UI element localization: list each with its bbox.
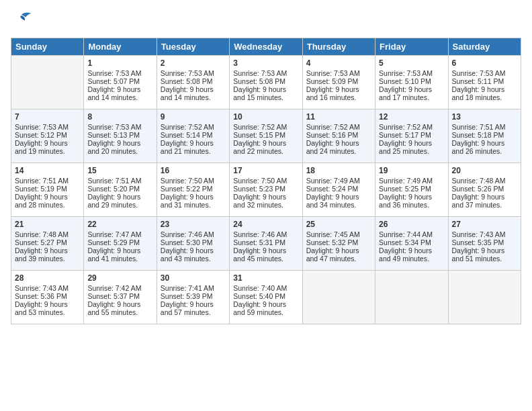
day-number: 13 — [452, 112, 517, 122]
daylight: Daylight: 9 hours and 16 minutes. — [306, 85, 359, 101]
daylight: Daylight: 9 hours and 57 minutes. — [161, 300, 214, 316]
sunrise: Sunrise: 7:53 AM — [87, 69, 141, 77]
calendar-cell: 26Sunrise: 7:44 AMSunset: 5:34 PMDayligh… — [375, 217, 448, 271]
day-number: 29 — [87, 273, 152, 283]
daylight: Daylight: 9 hours and 20 minutes. — [87, 139, 140, 155]
calendar-cell: 12Sunrise: 7:52 AMSunset: 5:17 PMDayligh… — [375, 109, 448, 163]
day-number: 26 — [379, 220, 444, 229]
page-header — [11, 11, 521, 30]
calendar-cell: 1Sunrise: 7:53 AMSunset: 5:07 PMDaylight… — [84, 56, 157, 109]
day-header-tuesday: Tuesday — [157, 38, 229, 56]
daylight: Daylight: 9 hours and 37 minutes. — [452, 193, 505, 209]
day-header-friday: Friday — [375, 38, 448, 56]
calendar-cell: 10Sunrise: 7:52 AMSunset: 5:15 PMDayligh… — [230, 109, 302, 163]
daylight: Daylight: 9 hours and 22 minutes. — [233, 139, 286, 155]
sunset: Sunset: 5:11 PM — [452, 77, 504, 85]
day-number: 28 — [15, 273, 80, 283]
daylight: Daylight: 9 hours and 39 minutes. — [15, 246, 68, 263]
day-number: 21 — [15, 220, 80, 229]
sunset: Sunset: 5:34 PM — [379, 238, 431, 246]
sunset: Sunset: 5:23 PM — [233, 185, 285, 193]
daylight: Daylight: 9 hours and 51 minutes. — [452, 246, 505, 263]
sunset: Sunset: 5:40 PM — [233, 292, 285, 300]
day-header-saturday: Saturday — [448, 38, 521, 56]
day-number: 9 — [161, 112, 226, 122]
sunset: Sunset: 5:17 PM — [379, 131, 431, 139]
calendar-cell: 30Sunrise: 7:41 AMSunset: 5:39 PMDayligh… — [157, 271, 229, 324]
day-number: 14 — [15, 166, 80, 175]
daylight: Daylight: 9 hours and 17 minutes. — [379, 85, 432, 101]
sunset: Sunset: 5:13 PM — [87, 131, 140, 139]
daylight: Daylight: 9 hours and 21 minutes. — [161, 139, 214, 155]
calendar-cell — [302, 271, 375, 324]
sunset: Sunset: 5:31 PM — [233, 238, 285, 246]
sunrise: Sunrise: 7:42 AM — [87, 284, 141, 292]
sunset: Sunset: 5:39 PM — [161, 292, 213, 300]
sunset: Sunset: 5:36 PM — [15, 292, 67, 300]
daylight: Daylight: 9 hours and 47 minutes. — [306, 246, 359, 263]
sunset: Sunset: 5:15 PM — [233, 131, 285, 139]
day-number: 2 — [161, 58, 226, 68]
daylight: Daylight: 9 hours and 25 minutes. — [379, 139, 432, 155]
day-number: 22 — [87, 220, 152, 229]
sunrise: Sunrise: 7:52 AM — [379, 123, 433, 131]
day-header-wednesday: Wednesday — [230, 38, 302, 56]
day-number: 19 — [379, 166, 444, 175]
header-row: SundayMondayTuesdayWednesdayThursdayFrid… — [11, 38, 521, 56]
day-number: 8 — [87, 112, 152, 122]
sunrise: Sunrise: 7:41 AM — [161, 284, 214, 292]
sunset: Sunset: 5:24 PM — [306, 185, 359, 193]
day-number: 5 — [379, 58, 444, 68]
sunrise: Sunrise: 7:40 AM — [233, 284, 287, 292]
calendar-cell: 8Sunrise: 7:53 AMSunset: 5:13 PMDaylight… — [84, 109, 157, 163]
sunset: Sunset: 5:22 PM — [161, 185, 213, 193]
sunrise: Sunrise: 7:53 AM — [87, 123, 141, 131]
daylight: Daylight: 9 hours and 19 minutes. — [15, 139, 68, 155]
sunrise: Sunrise: 7:52 AM — [161, 123, 214, 131]
calendar-cell: 28Sunrise: 7:43 AMSunset: 5:36 PMDayligh… — [11, 271, 84, 324]
sunrise: Sunrise: 7:51 AM — [15, 177, 69, 185]
day-header-monday: Monday — [84, 38, 157, 56]
day-number: 4 — [306, 58, 371, 68]
day-number: 12 — [379, 112, 444, 122]
daylight: Daylight: 9 hours and 28 minutes. — [15, 193, 68, 209]
sunrise: Sunrise: 7:48 AM — [15, 230, 69, 238]
sunrise: Sunrise: 7:43 AM — [15, 284, 69, 292]
daylight: Daylight: 9 hours and 55 minutes. — [87, 300, 140, 316]
sunrise: Sunrise: 7:52 AM — [306, 123, 360, 131]
day-number: 7 — [15, 112, 80, 122]
sunset: Sunset: 5:35 PM — [452, 238, 504, 246]
sunset: Sunset: 5:32 PM — [306, 238, 359, 246]
daylight: Daylight: 9 hours and 41 minutes. — [87, 246, 140, 263]
sunset: Sunset: 5:14 PM — [161, 131, 213, 139]
sunset: Sunset: 5:30 PM — [161, 238, 213, 246]
calendar-cell: 4Sunrise: 7:53 AMSunset: 5:09 PMDaylight… — [302, 56, 375, 109]
calendar-cell: 21Sunrise: 7:48 AMSunset: 5:27 PMDayligh… — [11, 217, 84, 271]
calendar-cell — [11, 56, 84, 109]
calendar-cell: 25Sunrise: 7:45 AMSunset: 5:32 PMDayligh… — [302, 217, 375, 271]
day-number: 17 — [233, 166, 298, 175]
daylight: Daylight: 9 hours and 15 minutes. — [233, 85, 286, 101]
sunset: Sunset: 5:10 PM — [379, 77, 431, 85]
sunset: Sunset: 5:07 PM — [87, 77, 140, 85]
day-number: 15 — [87, 166, 152, 175]
calendar-cell: 3Sunrise: 7:53 AMSunset: 5:08 PMDaylight… — [230, 56, 302, 109]
daylight: Daylight: 9 hours and 24 minutes. — [306, 139, 359, 155]
day-number: 24 — [233, 220, 298, 229]
day-number: 11 — [306, 112, 371, 122]
calendar-table: SundayMondayTuesdayWednesdayThursdayFrid… — [11, 38, 521, 324]
calendar-cell: 29Sunrise: 7:42 AMSunset: 5:37 PMDayligh… — [84, 271, 157, 324]
daylight: Daylight: 9 hours and 43 minutes. — [161, 246, 214, 263]
calendar-week-2: 7Sunrise: 7:53 AMSunset: 5:12 PMDaylight… — [11, 109, 521, 163]
sunset: Sunset: 5:37 PM — [87, 292, 140, 300]
calendar-cell: 27Sunrise: 7:43 AMSunset: 5:35 PMDayligh… — [448, 217, 521, 271]
sunset: Sunset: 5:12 PM — [15, 131, 67, 139]
sunset: Sunset: 5:20 PM — [87, 185, 140, 193]
day-number: 23 — [161, 220, 226, 229]
daylight: Daylight: 9 hours and 18 minutes. — [452, 85, 505, 101]
daylight: Daylight: 9 hours and 49 minutes. — [379, 246, 432, 263]
calendar-week-3: 14Sunrise: 7:51 AMSunset: 5:19 PMDayligh… — [11, 163, 521, 217]
sunrise: Sunrise: 7:46 AM — [161, 230, 214, 238]
calendar-cell: 9Sunrise: 7:52 AMSunset: 5:14 PMDaylight… — [157, 109, 229, 163]
day-header-thursday: Thursday — [302, 38, 375, 56]
